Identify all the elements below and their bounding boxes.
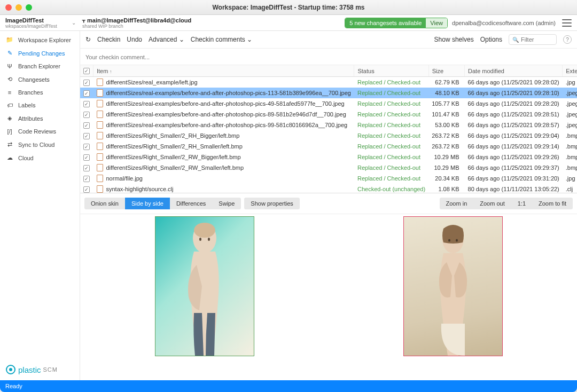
sidebar-item-label: Workspace Explorer bbox=[18, 37, 71, 43]
pending-icon: ✎ bbox=[5, 50, 14, 57]
item-date: 66 days ago (11/25/2021 09:28:57) bbox=[465, 120, 563, 130]
zoom-to-fit-button[interactable]: Zoom to fit bbox=[532, 198, 573, 209]
chevron-down-icon: ⌄ bbox=[72, 20, 76, 26]
table-header: ✓ Item Status Size Date modified Extensi… bbox=[80, 65, 577, 77]
table-row[interactable]: ✓differentSizes/real-examples/before-and… bbox=[80, 98, 577, 109]
row-checkbox[interactable]: ✓ bbox=[83, 165, 90, 171]
sidebar-item-attributes[interactable]: ◈Attributes bbox=[0, 112, 80, 125]
item-status: Replaced / Checked-out bbox=[354, 141, 428, 152]
table-row[interactable]: ✓normal/file.jpgReplaced / Checked-out20… bbox=[80, 173, 577, 184]
window-title: Workspace: ImageDiffTest - Startup time:… bbox=[0, 4, 577, 11]
table-row[interactable]: ✓differentSizes/real_example/left.jpgRep… bbox=[80, 77, 577, 88]
link-icon: ⟲ bbox=[5, 76, 14, 83]
branch-indicator[interactable]: ᚁmain@ImageDiffTest@libra4d@cloud shared… bbox=[78, 17, 196, 29]
item-ext: .bmp bbox=[563, 152, 577, 162]
changesets-pill[interactable]: 5 new changesets available View bbox=[345, 18, 448, 28]
row-checkbox[interactable]: ✓ bbox=[83, 133, 90, 139]
checkbox-column[interactable]: ✓ bbox=[80, 65, 93, 77]
side-by-side-button[interactable]: Side by side bbox=[125, 198, 170, 209]
item-date: 66 days ago (11/25/2021 09:28:10) bbox=[465, 88, 563, 98]
onion-skin-button[interactable]: Onion skin bbox=[84, 198, 125, 209]
checkin-button[interactable]: Checkin bbox=[97, 36, 120, 43]
zoom-out-button[interactable]: Zoom out bbox=[473, 198, 511, 209]
row-checkbox[interactable]: ✓ bbox=[83, 144, 90, 150]
zoom-in-button[interactable]: Zoom in bbox=[440, 198, 474, 209]
sidebar-item-pending-changes[interactable]: ✎Pending Changes bbox=[0, 46, 80, 60]
item-status: Replaced / Checked-out bbox=[354, 77, 428, 88]
logo-text: plastic bbox=[18, 365, 41, 374]
item-path: differentSizes/real-examples/before-and-… bbox=[106, 122, 348, 128]
show-shelves-button[interactable]: Show shelves bbox=[434, 36, 474, 43]
sidebar-item-labels[interactable]: 🏷Labels bbox=[0, 99, 80, 112]
sidebar-item-workspace-explorer[interactable]: 📁Workspace Explorer bbox=[0, 33, 80, 46]
changesets-count: 5 new changesets available bbox=[345, 18, 426, 28]
diff-mode-bar: Onion skin Side by side Differences Swip… bbox=[80, 193, 577, 214]
item-path: differentSizes/real-examples/before-and-… bbox=[106, 111, 346, 117]
file-icon bbox=[97, 164, 103, 171]
row-checkbox[interactable]: ✓ bbox=[83, 176, 90, 182]
folder-icon: 📁 bbox=[5, 36, 14, 43]
row-checkbox[interactable]: ✓ bbox=[83, 122, 90, 129]
sidebar-item-code-reviews[interactable]: [/]Code Reviews bbox=[0, 125, 80, 138]
row-checkbox[interactable]: ✓ bbox=[83, 112, 90, 118]
item-path: differentSizes/Right_Smaller/2_RH_Smalle… bbox=[106, 143, 243, 150]
svg-point-7 bbox=[448, 239, 450, 242]
table-row[interactable]: ✓differentSizes/Right_Smaller/2_RW_Small… bbox=[80, 162, 577, 173]
workspace-name: ImageDiffTest bbox=[5, 17, 57, 23]
table-row[interactable]: ✓syntax-highlight/source.cljChecked-out … bbox=[80, 184, 577, 193]
file-icon bbox=[97, 153, 103, 161]
options-button[interactable]: Options bbox=[480, 36, 502, 43]
item-status: Checked-out (unchanged) bbox=[354, 184, 428, 193]
item-path: differentSizes/real_example/left.jpg bbox=[106, 79, 198, 85]
filter-input[interactable] bbox=[521, 36, 553, 43]
row-checkbox[interactable]: ✓ bbox=[83, 154, 90, 161]
sidebar-item-cloud[interactable]: ☁Cloud bbox=[0, 151, 80, 164]
sidebar-item-sync-to-cloud[interactable]: ⇄Sync to Cloud bbox=[0, 138, 80, 151]
table-row[interactable]: ✓differentSizes/real-examples/before-and… bbox=[80, 109, 577, 120]
item-path: normal/file.jpg bbox=[106, 175, 143, 182]
file-icon bbox=[97, 132, 103, 139]
checkin-comments-menu[interactable]: Checkin comments ⌄ bbox=[191, 36, 252, 43]
column-status[interactable]: Status bbox=[354, 65, 428, 77]
item-status: Replaced / Checked-out bbox=[354, 130, 428, 141]
sidebar-item-branches[interactable]: ≡Branches bbox=[0, 86, 80, 99]
after-image bbox=[403, 216, 503, 356]
review-icon: [/] bbox=[5, 128, 14, 135]
table-row[interactable]: ✓differentSizes/Right_Smaller/2_RH_Bigge… bbox=[80, 130, 577, 141]
row-checkbox[interactable]: ✓ bbox=[83, 90, 90, 97]
attribute-icon: ◈ bbox=[5, 115, 14, 122]
refresh-button[interactable]: ↻ bbox=[85, 36, 91, 43]
sidebar-item-changesets[interactable]: ⟲Changesets bbox=[0, 73, 80, 86]
column-extension[interactable]: Extension bbox=[563, 65, 577, 77]
file-icon bbox=[97, 175, 103, 182]
column-date[interactable]: Date modified bbox=[465, 65, 563, 77]
swipe-button[interactable]: Swipe bbox=[212, 198, 241, 209]
differences-button[interactable]: Differences bbox=[170, 198, 212, 209]
row-checkbox[interactable]: ✓ bbox=[83, 186, 90, 193]
table-row[interactable]: ✓differentSizes/Right_Smaller/2_RH_Small… bbox=[80, 141, 577, 152]
item-size: 20.34 KB bbox=[428, 173, 464, 184]
svg-point-8 bbox=[456, 239, 458, 242]
advanced-menu[interactable]: Advanced ⌄ bbox=[149, 36, 184, 43]
item-ext: .jpg bbox=[563, 173, 577, 184]
item-ext: .bmp bbox=[563, 162, 577, 173]
row-checkbox[interactable]: ✓ bbox=[83, 80, 90, 86]
filter-input-wrapper[interactable]: 🔍 bbox=[509, 34, 557, 45]
workspace-selector[interactable]: ImageDiffTest wkspaces/ImageDiffTest ⌄ bbox=[3, 16, 78, 30]
column-size[interactable]: Size bbox=[428, 65, 464, 77]
menu-icon[interactable] bbox=[562, 19, 572, 27]
row-checkbox[interactable]: ✓ bbox=[83, 101, 90, 107]
checkin-comment-input[interactable] bbox=[85, 54, 572, 60]
zoom-1-1-button[interactable]: 1:1 bbox=[511, 198, 532, 209]
show-properties-button[interactable]: Show properties bbox=[244, 198, 300, 209]
table-row[interactable]: ✓differentSizes/real-examples/before-and… bbox=[80, 88, 577, 98]
view-button[interactable]: View bbox=[426, 18, 447, 28]
diff-view bbox=[80, 214, 577, 380]
undo-button[interactable]: Undo bbox=[127, 36, 142, 43]
sidebar-item-branch-explorer[interactable]: ΨBranch Explorer bbox=[0, 60, 80, 73]
table-row[interactable]: ✓differentSizes/Right_Smaller/2_RW_Bigge… bbox=[80, 152, 577, 162]
help-icon[interactable]: ? bbox=[563, 35, 572, 44]
table-row[interactable]: ✓differentSizes/real-examples/before-and… bbox=[80, 120, 577, 130]
column-item[interactable]: Item bbox=[93, 65, 354, 77]
item-ext: .bmp bbox=[563, 130, 577, 141]
